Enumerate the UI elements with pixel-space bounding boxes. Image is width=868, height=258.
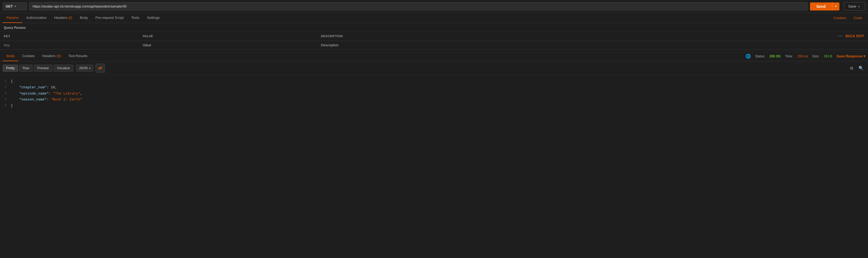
type-label: JSON <box>79 66 88 70</box>
save-button[interactable]: Save ▾ <box>844 2 865 10</box>
save-chevron-icon: ▾ <box>857 5 861 8</box>
col-value: VALUE <box>138 32 317 41</box>
method-dropdown[interactable]: GET ▾ <box>3 2 27 10</box>
code-text: "season_name": "Book 2: Earth" <box>11 97 82 103</box>
type-select[interactable]: JSON ▾ <box>76 65 93 72</box>
type-chevron-icon: ▾ <box>89 67 90 70</box>
tab-authorization[interactable]: Authorization <box>22 13 51 23</box>
method-chevron-icon: ▾ <box>14 5 16 8</box>
param-description-cell[interactable]: Description <box>317 41 868 49</box>
code-line-2: 2 "chapter_num": 10, <box>0 84 868 91</box>
format-preview-button[interactable]: Preview <box>34 65 52 72</box>
code-line-1: 1 { <box>0 78 868 84</box>
time-label: Time: <box>785 54 793 58</box>
tab-headers[interactable]: Headers (6) <box>51 13 76 23</box>
more-options-icon[interactable]: ··· <box>838 34 843 38</box>
format-pretty-button[interactable]: Pretty <box>3 65 18 72</box>
code-text: { <box>11 79 13 84</box>
tab-settings[interactable]: Settings <box>143 13 163 23</box>
tab-body[interactable]: Body <box>76 13 92 23</box>
save-response-button[interactable]: Save Response ▾ <box>836 54 865 58</box>
send-dropdown-arrow[interactable]: ▾ <box>832 2 839 10</box>
query-params-section: Query Params KEY VALUE DESCRIPTION ··· B… <box>0 23 868 49</box>
save-response-chevron: ▾ <box>863 54 865 58</box>
wrap-button[interactable]: ⇌ <box>95 64 105 73</box>
url-bar: GET ▾ Send ▾ Save ▾ <box>0 0 868 13</box>
param-key-cell[interactable]: Key <box>0 41 138 49</box>
size-label: Size: <box>812 54 819 58</box>
res-tab-test-results[interactable]: Test Results <box>64 51 91 61</box>
line-number: 1 <box>0 79 11 84</box>
line-number: 5 <box>0 103 11 109</box>
method-label: GET <box>6 4 13 8</box>
response-toolbar: Pretty Raw Preview Visualize JSON ▾ ⇌ ⧉ … <box>0 62 868 75</box>
tab-cookies[interactable]: Cookies <box>830 13 849 23</box>
search-button[interactable]: 🔍 <box>857 65 865 71</box>
params-table: KEY VALUE DESCRIPTION ··· Bulk Edit Key … <box>0 32 868 49</box>
col-key: KEY <box>0 32 138 41</box>
line-number: 3 <box>0 91 11 97</box>
code-text: "chapter_num": 10, <box>11 85 57 90</box>
tab-code[interactable]: Code <box>850 13 865 23</box>
response-body: 1 { 2 "chapter_num": 10, 3 "episode_name… <box>0 75 868 112</box>
time-value: 155 ms <box>797 54 808 58</box>
right-tabs: Cookies Code <box>830 13 865 23</box>
line-number: 4 <box>0 97 11 103</box>
response-tabs-bar: Body Cookies Headers (9) Test Results 🌐 … <box>0 51 868 62</box>
url-input[interactable] <box>29 2 808 10</box>
code-text: } <box>11 103 13 109</box>
line-number: 2 <box>0 85 11 90</box>
send-button-group: Send ▾ <box>810 2 839 10</box>
res-tab-headers[interactable]: Headers (9) <box>38 51 65 61</box>
bulk-edit-button[interactable]: Bulk Edit <box>846 34 864 38</box>
code-line-4: 4 "season_name": "Book 2: Earth" <box>0 97 868 103</box>
code-line-3: 3 "episode_name": "The Library", <box>0 91 868 97</box>
query-params-label: Query Params <box>0 23 868 32</box>
res-tab-body[interactable]: Body <box>3 51 18 61</box>
size-value: 353 B <box>824 54 832 58</box>
status-value: 200 OK <box>770 54 781 58</box>
tab-pre-request-script[interactable]: Pre-request Script <box>92 13 128 23</box>
send-button[interactable]: Send <box>810 2 832 10</box>
res-tab-cookies[interactable]: Cookies <box>18 51 38 61</box>
format-raw-button[interactable]: Raw <box>19 65 33 72</box>
response-right-icons: ⧉ 🔍 <box>848 65 865 71</box>
col-description: DESCRIPTION ··· Bulk Edit <box>317 32 868 41</box>
globe-icon: 🌐 <box>746 53 751 59</box>
code-text: "episode_name": "The Library", <box>11 91 82 97</box>
response-meta: 🌐 Status: 200 OK Time: 155 ms Size: 353 … <box>746 53 865 59</box>
copy-button[interactable]: ⧉ <box>848 65 855 71</box>
status-label: Status: <box>755 54 765 58</box>
tab-tests[interactable]: Tests <box>128 13 143 23</box>
param-value-cell[interactable]: Value <box>138 41 317 49</box>
format-visualize-button[interactable]: Visualize <box>53 65 73 72</box>
tab-params[interactable]: Params <box>3 13 22 23</box>
table-row: Key Value Description <box>0 41 868 49</box>
code-line-5: 5 } <box>0 103 868 109</box>
request-tabs-bar: Params Authorization Headers (6) Body Pr… <box>0 13 868 23</box>
